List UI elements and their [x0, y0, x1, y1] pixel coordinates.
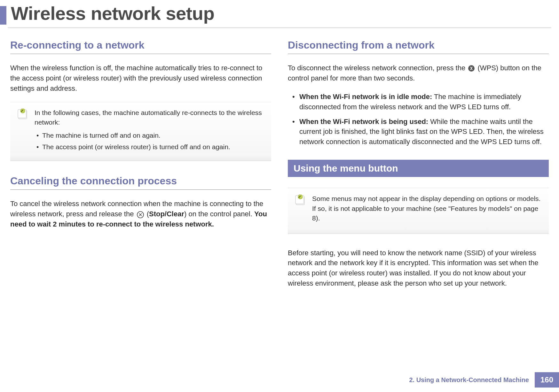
note-item: The machine is turned off and on again. — [36, 131, 264, 140]
para-canceling-mid: ) on the control panel. — [184, 210, 254, 218]
list-item: When the Wi-Fi network is being used: Wh… — [288, 117, 549, 147]
left-column: Re-connecting to a network When the wire… — [10, 39, 271, 297]
wps-icon — [468, 65, 475, 72]
list-item-bold: When the Wi-Fi network is being used: — [299, 118, 428, 126]
para-disconnecting: To disconnect the wireless network conne… — [288, 63, 549, 83]
note-box-reconnect: In the following cases, the machine auto… — [10, 102, 271, 161]
title-underline — [8, 27, 551, 28]
header-accent-bar — [0, 6, 6, 25]
note-intro: In the following cases, the machine auto… — [35, 108, 264, 127]
list-item-bold: When the Wi-Fi network is in idle mode: — [299, 93, 432, 101]
note-icon — [17, 108, 29, 154]
para-disconnect-pre: To disconnect the wireless network conne… — [288, 64, 467, 72]
section-rule — [10, 54, 271, 54]
heading-reconnecting: Re-connecting to a network — [10, 39, 271, 51]
disconnect-list: When the Wi-Fi network is in idle mode: … — [288, 92, 549, 147]
right-column: Disconnecting from a network To disconne… — [288, 39, 549, 297]
note-content: In the following cases, the machine auto… — [35, 108, 264, 154]
page-title: Wireless network setup — [6, 0, 214, 25]
note-content: Some menus may not appear in the display… — [312, 194, 542, 226]
note-item: The access point (or wireless router) is… — [36, 142, 264, 152]
heading-using-menu: Using the menu button — [288, 160, 549, 177]
note-box-menu: Some menus may not appear in the display… — [288, 188, 549, 234]
page-number: 160 — [535, 372, 559, 388]
stop-clear-label: Stop/Clear — [149, 210, 184, 218]
footer-chapter: 2. Using a Network-Connected Machine — [409, 376, 535, 384]
para-canceling: To cancel the wireless network connectio… — [10, 199, 271, 229]
page-footer: 2. Using a Network-Connected Machine 160 — [409, 372, 559, 388]
section-rule — [288, 54, 549, 54]
stop-clear-icon — [137, 211, 144, 219]
section-rule — [10, 189, 271, 190]
list-item: When the Wi-Fi network is in idle mode: … — [288, 92, 549, 112]
content-columns: Re-connecting to a network When the wire… — [0, 39, 559, 297]
note-menu-text: Some menus may not appear in the display… — [312, 194, 542, 223]
note-icon — [295, 194, 307, 226]
heading-canceling: Canceling the connection process — [10, 175, 271, 187]
page-header: Wireless network setup — [0, 0, 559, 25]
para-before-starting: Before starting, you will need to know t… — [288, 248, 549, 289]
para-reconnecting: When the wireless function is off, the m… — [10, 63, 271, 94]
heading-disconnecting: Disconnecting from a network — [288, 39, 549, 51]
